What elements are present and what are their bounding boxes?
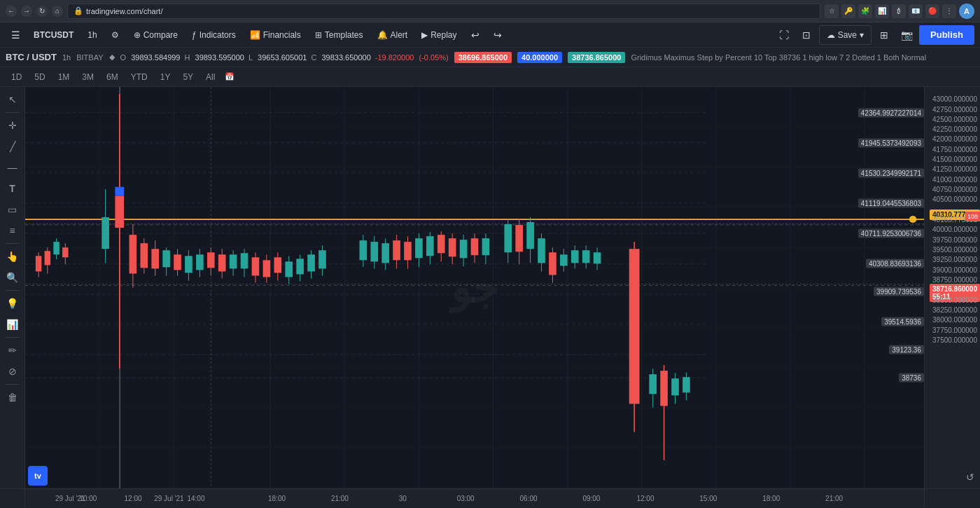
price-axis-label-39500: 39500.000000 [932, 246, 977, 254]
change-value: -19.820000 [375, 53, 414, 62]
tf-6m[interactable]: 6M [101, 69, 124, 85]
tf-5y[interactable]: 5Y [177, 69, 199, 85]
svg-rect-116 [571, 250, 579, 263]
camera-icon[interactable]: 📷 [897, 25, 916, 45]
svg-rect-66 [252, 257, 260, 275]
hline-tool[interactable]: — [3, 158, 22, 177]
ext5-icon[interactable]: 📧 [909, 4, 923, 18]
range-picker-icon[interactable]: 📅 [222, 69, 237, 85]
ext4-icon[interactable]: ₿ [892, 4, 906, 18]
price-axis-label-39250: 39250.000000 [932, 256, 977, 263]
back-btn[interactable]: ← [6, 6, 17, 17]
svg-rect-33 [45, 251, 50, 265]
svg-rect-64 [241, 253, 248, 268]
svg-rect-110 [538, 238, 545, 263]
chart-area[interactable]: جو 42364.9927227014 41945.5373492093 415… [25, 87, 924, 488]
time-label-1200b: 12:00 [636, 495, 654, 502]
forward-btn[interactable]: → [21, 6, 32, 17]
tf-3m[interactable]: 3M [76, 69, 99, 85]
fullscreen-icon[interactable]: ⛶ [774, 25, 794, 45]
svg-rect-48 [151, 249, 159, 268]
change-pct: (-0.05%) [419, 53, 449, 62]
header-timeframe: 1h [62, 53, 71, 62]
svg-rect-82 [370, 242, 378, 261]
reload-btn[interactable]: ↻ [36, 6, 48, 17]
hamburger-menu[interactable]: ☰ [6, 25, 25, 45]
ohlc-values: O 39893.584999 H 39893.595000 L 39653.60… [120, 53, 449, 62]
tf-1m[interactable]: 1M [52, 69, 76, 85]
price-change: -19.820000 (-0.05%) [375, 53, 449, 62]
browser-bar: ← → ↻ ⌂ 🔒 tradingview.com/chart/ ☆ 🔑 🧩 📊… [0, 0, 980, 22]
trendline-tool[interactable]: ╱ [3, 137, 22, 156]
publish-label: Publish [930, 29, 963, 40]
time-label-1000: 10:00 [79, 495, 97, 502]
tf-5d[interactable]: 5D [29, 69, 50, 85]
redo-button[interactable]: ↪ [488, 25, 507, 45]
price-axis: 43000.000000 42750.000000 42500.000000 4… [924, 87, 980, 488]
time-label-1500: 15:00 [699, 495, 717, 502]
indicators-button[interactable]: ƒ Indicators [186, 25, 241, 45]
price-box-1: 38696.865000 [454, 52, 512, 63]
ext6-icon[interactable]: 🔴 [925, 4, 939, 18]
main-layout: ↖ ✛ ╱ — T ▭ ≡ 👆 🔍 💡 📊 ✏ ⊘ 🗑 جو 42364.992… [0, 87, 980, 488]
layout-icon[interactable]: ⊡ [797, 25, 816, 45]
alert-button[interactable]: 🔔 Alert [372, 25, 414, 45]
ideas-tool[interactable]: 💡 [3, 294, 22, 313]
price-axis-label-41250: 41250.000000 [932, 165, 977, 173]
replay-label: Replay [430, 30, 456, 40]
svg-rect-80 [360, 240, 368, 260]
star-icon[interactable]: ☆ [825, 4, 839, 18]
compare-button[interactable]: ⊕ Compare [128, 25, 183, 45]
cursor-tool[interactable]: ↖ [3, 90, 22, 109]
tf-1d[interactable]: 1D [6, 69, 27, 85]
undo-button[interactable]: ↩ [465, 25, 485, 45]
url-bar[interactable]: 🔒 tradingview.com/chart/ [67, 4, 820, 19]
fib-tool[interactable]: ≡ [3, 221, 22, 240]
shapes-tool[interactable]: ▭ [3, 200, 22, 219]
svg-rect-90 [415, 238, 423, 258]
tf-1y[interactable]: 1Y [155, 69, 176, 85]
refresh-icon[interactable]: ↺ [966, 472, 974, 483]
timeframe-button[interactable]: 1h [82, 25, 102, 45]
time-label-2100b: 21:00 [825, 495, 843, 502]
eraser-tool[interactable]: ⊘ [3, 362, 22, 381]
ext2-icon[interactable]: 🧩 [858, 4, 872, 18]
save-label: Save [838, 30, 857, 40]
ext1-icon[interactable]: 🔑 [841, 4, 855, 18]
svg-rect-1 [25, 87, 924, 488]
tf-all[interactable]: All [200, 69, 220, 85]
svg-rect-108 [526, 222, 534, 249]
financials-icon: 📶 [250, 30, 260, 40]
time-axis-spacer [0, 489, 25, 508]
symbol-button[interactable]: BTCUSDT [28, 25, 79, 45]
time-label-1800b: 18:00 [762, 495, 780, 502]
tool-sep-2 [6, 243, 20, 244]
chart-settings-icon[interactable]: ⚙ [106, 25, 125, 45]
financials-button[interactable]: 📶 Financials [244, 25, 307, 45]
screener-tool[interactable]: 📊 [3, 315, 22, 334]
replay-button[interactable]: ▶ Replay [416, 25, 462, 45]
zoom-tool[interactable]: 🔍 [3, 268, 22, 287]
trash-tool[interactable]: 🗑 [3, 387, 22, 407]
main-toolbar: ☰ BTCUSDT 1h ⚙ ⊕ Compare ƒ Indicators 📶 … [0, 22, 980, 48]
templates-button[interactable]: ⊞ Templates [309, 25, 369, 45]
alert-label: Alert [391, 30, 408, 40]
more-options-icon[interactable]: ⊞ [874, 25, 894, 45]
pencil-tool[interactable]: ✏ [3, 341, 22, 360]
save-button[interactable]: ☁ Save ▾ [819, 25, 872, 45]
ext3-icon[interactable]: 📊 [875, 4, 889, 18]
svg-rect-118 [582, 250, 590, 263]
indicator-label: Gridimus Maximus Step by Percent 10 Top … [631, 53, 926, 62]
menu-icon[interactable]: ⋮ [942, 4, 956, 18]
measure-tool[interactable]: 👆 [3, 247, 22, 266]
profile-avatar[interactable]: A [959, 4, 974, 19]
home-btn[interactable]: ⌂ [52, 6, 63, 17]
svg-rect-106 [515, 225, 523, 252]
tf-ytd[interactable]: YTD [125, 69, 153, 85]
time-label-30: 30 [399, 495, 407, 502]
price-axis-label-37500: 37500.000000 [932, 336, 977, 343]
price-axis-label-41000: 41000.000000 [932, 175, 977, 183]
publish-button[interactable]: Publish [919, 25, 974, 45]
text-tool[interactable]: T [3, 179, 22, 198]
crosshair-tool[interactable]: ✛ [3, 116, 22, 135]
